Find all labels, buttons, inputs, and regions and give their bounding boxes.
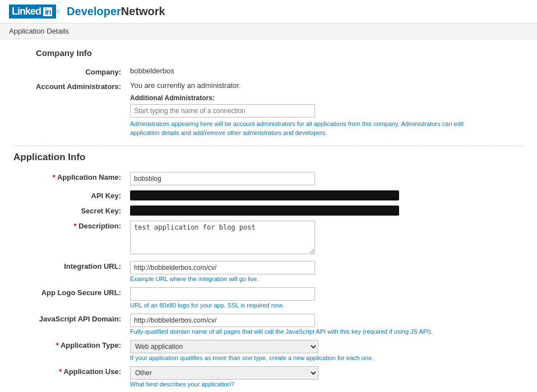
js-api-domain-input[interactable] (130, 314, 315, 327)
app-use-required: * (59, 367, 62, 376)
app-name-label: * Application Name: (13, 170, 126, 188)
app-type-label: * Application Type: (13, 338, 126, 364)
api-key-label: API Key: (13, 188, 126, 203)
app-name-label-text: Application Name: (57, 173, 121, 181)
linkedin-logo: Linkedin® (9, 4, 62, 18)
additional-admin-label: Additional Administrators: (130, 94, 519, 102)
app-use-row: * Application Use: Other Social networki… (13, 364, 524, 390)
registered-mark: ® (56, 9, 60, 15)
integration-url-input[interactable] (130, 261, 315, 274)
account-admin-row: Account Administrators: You are currentl… (13, 79, 524, 140)
description-required: * (73, 222, 76, 230)
account-admin-value: You are currently an administrator. Addi… (126, 79, 524, 140)
secret-key-redacted (130, 206, 399, 216)
page-title: Application Details (9, 27, 69, 35)
linkedin-logo-text: Linkedin (9, 4, 56, 18)
header-dev: Developer (67, 5, 121, 17)
company-info-table: Company: bobbelderbos Account Administra… (13, 64, 524, 140)
application-info-section: Application Info * Application Name: API… (13, 146, 524, 390)
secret-key-value-cell (126, 203, 524, 218)
app-logo-url-label: App Logo Secure URL: (13, 285, 126, 311)
description-value-cell: test application for blog post (126, 218, 524, 259)
integration-url-row: Integration URL: Example URL where the i… (13, 259, 524, 285)
account-admin-text: You are currently an administrator. (130, 81, 519, 90)
js-api-domain-row: JavaScript API Domain: Fully-qualified d… (13, 311, 524, 338)
company-info-title: Company Info (36, 48, 524, 58)
js-api-domain-hint: Fully-qualified domain name of all pages… (130, 328, 489, 335)
integration-url-label: Integration URL: (13, 259, 126, 285)
app-logo-url-value-cell: URL of an 80x80 logo for your app. SSL i… (126, 285, 524, 311)
app-name-input[interactable] (130, 172, 315, 185)
app-use-value-cell: Other Social networking E-commerce Enter… (126, 364, 524, 390)
app-name-value-cell (126, 170, 524, 188)
js-api-domain-value-cell: Fully-qualified domain name of all pages… (126, 311, 524, 338)
app-type-row: * Application Type: Web application Desk… (13, 338, 524, 364)
app-use-label: * Application Use: (13, 364, 126, 390)
header-net: Network (121, 5, 165, 17)
app-name-row: * Application Name: (13, 170, 524, 188)
secret-key-label: Secret Key: (13, 203, 126, 218)
description-input[interactable]: test application for blog post (130, 221, 315, 254)
integration-url-hint: Example URL where the integration will g… (130, 276, 489, 282)
app-type-required: * (56, 341, 59, 349)
api-key-row: API Key: (13, 188, 524, 203)
app-type-label-text: Application Type: (61, 341, 121, 349)
company-row: Company: bobbelderbos (13, 64, 524, 79)
app-name-required: * (53, 173, 55, 181)
integration-url-value-cell: Example URL where the integration will g… (126, 259, 524, 285)
secret-key-row: Secret Key: (13, 203, 524, 218)
header: Linkedin® DeveloperNetwork (0, 0, 537, 24)
subheader: Application Details (0, 24, 537, 39)
app-logo-url-hint: URL of an 80x80 logo for your app. SSL i… (130, 302, 489, 309)
site-title: DeveloperNetwork (67, 5, 165, 18)
content: Company Info Company: bobbelderbos Accou… (0, 39, 537, 392)
application-info-table: * Application Name: API Key: Secret Key: (13, 170, 524, 390)
app-logo-url-row: App Logo Secure URL: URL of an 80x80 log… (13, 285, 524, 311)
description-label: * Description: (13, 218, 126, 259)
api-key-redacted (130, 190, 399, 200)
description-row: * Description: test application for blog… (13, 218, 524, 259)
company-value: bobbelderbos (126, 64, 524, 79)
linkedin-in: in (42, 6, 53, 17)
company-info-section: Company Info Company: bobbelderbos Accou… (13, 48, 524, 140)
app-use-select[interactable]: Other Social networking E-commerce Enter… (130, 366, 318, 380)
app-use-hint: What best describes your application? (130, 381, 489, 388)
application-info-title: Application Info (13, 146, 524, 163)
app-logo-url-input[interactable] (130, 287, 315, 301)
company-label: Company: (13, 64, 126, 79)
app-type-hint: If your application qualifies as more th… (130, 354, 489, 361)
app-use-label-text: Application Use: (63, 367, 121, 376)
additional-admin-input[interactable] (130, 104, 315, 118)
app-type-value-cell: Web application Desktop application Mobi… (126, 338, 524, 364)
admin-hint-text: Administrators appearing here will be ac… (130, 120, 489, 137)
app-type-select[interactable]: Web application Desktop application Mobi… (130, 340, 318, 353)
js-api-domain-label: JavaScript API Domain: (13, 311, 126, 338)
api-key-value-cell (126, 188, 524, 203)
description-label-text: Description: (78, 222, 121, 230)
account-admin-label: Account Administrators: (13, 79, 126, 140)
